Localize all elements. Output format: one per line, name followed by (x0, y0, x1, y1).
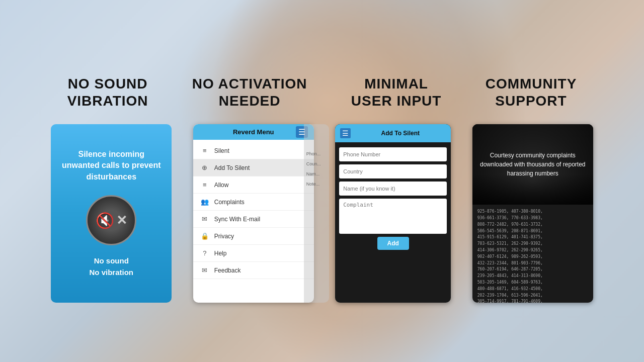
community-text: Courtesy community complaints downloaded… (480, 151, 586, 178)
main-container: NO SOUND VIBRATION NO ACTIVATION NEEDED … (0, 0, 644, 362)
silence-title: Silence incoming unwanted calls to preve… (61, 149, 162, 183)
form-body: Add (335, 142, 451, 255)
form-header: ☰ Add To Silent (335, 124, 451, 142)
header-no-sound: NO SOUND VIBRATION (67, 75, 148, 109)
menu-item-privacy-label: Privacy (214, 233, 234, 240)
name-input[interactable] (339, 182, 447, 196)
menu-title: Reverd Menu (233, 128, 274, 136)
menu-item-silent-label: Silent (214, 147, 229, 154)
complaint-textarea[interactable] (339, 199, 447, 234)
menu-item-help-label: Help (214, 250, 227, 257)
screens-row: Silence incoming unwanted calls to preve… (45, 124, 599, 303)
menu-item-feedback[interactable]: ✉ Feedback (193, 262, 314, 279)
menu-item-feedback-label: Feedback (214, 267, 241, 274)
menu-item-sync-label: Sync With E-mail (214, 216, 260, 223)
menu-item-allow[interactable]: ≡ Allow (193, 176, 314, 194)
menu-item-add-to-silent[interactable]: ⊕ Add To Silent (193, 159, 314, 176)
x-mark-icon: ✕ (116, 213, 127, 228)
menu-item-complaints[interactable]: 👥 Complaints (193, 194, 314, 211)
crowd-silhouette (472, 174, 593, 205)
help-icon: ? (200, 249, 209, 257)
screen-add-to-silent: ☰ Add To Silent Add (335, 124, 451, 303)
add-button[interactable]: Add (377, 237, 409, 250)
screen-silence: Silence incoming unwanted calls to preve… (51, 124, 172, 303)
phone-number-input[interactable] (339, 147, 447, 161)
menu-items-list: ≡ Silent ⊕ Add To Silent ≡ Allow 👥 Compl… (193, 140, 314, 282)
community-top: Courtesy community complaints downloaded… (472, 124, 593, 205)
form-title: Add To Silent (355, 130, 446, 137)
header-no-activation: NO ACTIVATION NEEDED (192, 75, 307, 109)
menu-item-complaints-label: Complaints (214, 199, 245, 206)
menu-item-privacy[interactable]: 🔒 Privacy (193, 228, 314, 245)
silent-icon: ≡ (200, 147, 209, 154)
menu-header: Reverd Menu ☰ (193, 124, 314, 140)
header-minimal: MINIMAL USER INPUT (351, 75, 442, 109)
phone-numbers: 925-876-1905, 407-380-8010, 936-661-3736… (472, 205, 593, 303)
privacy-icon: 🔒 (200, 232, 209, 240)
add-icon: ⊕ (200, 164, 209, 171)
form-hamburger-icon[interactable]: ☰ (340, 128, 351, 138)
country-input[interactable] (339, 164, 447, 178)
allow-icon: ≡ (200, 181, 209, 189)
screen-community: Courtesy community complaints downloaded… (472, 124, 593, 303)
header-community: COMMUNITY SUPPORT (486, 75, 577, 109)
menu-item-add-label: Add To Silent (214, 164, 250, 171)
screen-menu: Reverd Menu ☰ ≡ Silent ⊕ Add To Silent ≡… (193, 124, 314, 303)
no-sound-text: No sound No vibration (89, 255, 133, 278)
headers-row: NO SOUND VIBRATION NO ACTIVATION NEEDED … (45, 75, 599, 109)
complaints-icon: 👥 (200, 198, 209, 206)
menu-item-help[interactable]: ? Help (193, 245, 314, 262)
feedback-icon: ✉ (200, 266, 209, 274)
menu-item-sync[interactable]: ✉ Sync With E-mail (193, 211, 314, 228)
partial-screen-overlay: Phon... Coun... Nam... Note... (304, 124, 329, 303)
sync-icon: ✉ (200, 215, 209, 223)
mute-icon: 🔇 ✕ (86, 195, 136, 245)
menu-item-silent[interactable]: ≡ Silent (193, 142, 314, 159)
speaker-icon: 🔇 (96, 212, 114, 229)
menu-item-allow-label: Allow (214, 182, 229, 189)
screen-menu-wrapper: Reverd Menu ☰ ≡ Silent ⊕ Add To Silent ≡… (193, 124, 314, 303)
